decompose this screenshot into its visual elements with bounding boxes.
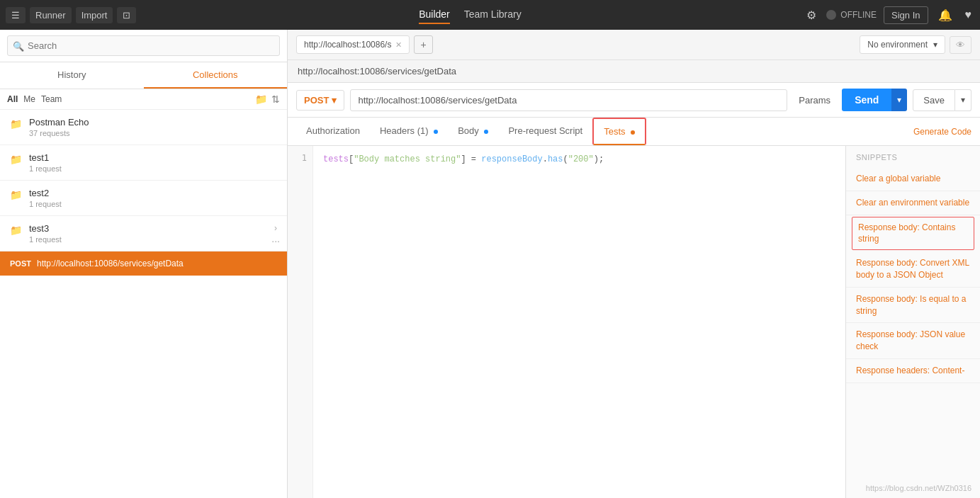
snippet-equal-string[interactable]: Response body: Is equal to a string	[846, 288, 980, 324]
list-item[interactable]: 📁 test2 1 request	[0, 181, 287, 216]
method-chevron-icon: ▾	[332, 95, 337, 106]
sidebar-tabs: History Collections	[0, 62, 287, 89]
search-wrap: 🔍	[7, 35, 280, 56]
filter-all[interactable]: All	[7, 94, 18, 104]
tab-headers[interactable]: Headers (1)	[370, 118, 448, 145]
sidebar-toggle-icon: ☰	[11, 10, 20, 21]
line-numbers: 1	[288, 146, 313, 498]
snippet-convert-xml[interactable]: Response body: Convert XML body to a JSO…	[846, 251, 980, 288]
offline-label: OFFLINE	[840, 10, 877, 20]
save-dropdown-button[interactable]: ▾	[955, 89, 971, 111]
folder-icon: 📁	[10, 225, 22, 236]
collection-sub: 1 request	[29, 235, 267, 244]
tab-tests[interactable]: Tests	[592, 118, 646, 145]
active-request-item[interactable]: POST http://localhost:10086/services/get…	[0, 251, 287, 276]
send-button[interactable]: Send	[842, 89, 891, 111]
request-tab-pill[interactable]: http://localhost:10086/s ✕	[296, 35, 410, 54]
new-collection-icon[interactable]: 📁	[255, 94, 267, 105]
topbar: ☰ Runner Import ⊡ Builder Team Library ⚙…	[0, 0, 980, 30]
import-label: Import	[81, 10, 108, 21]
runner-button[interactable]: Runner	[30, 7, 72, 23]
chevron-down-icon: ▾	[933, 40, 937, 50]
method-badge: POST	[10, 259, 31, 268]
content-area: http://localhost:10086/s ✕ + No environm…	[288, 30, 980, 498]
import-button[interactable]: Import	[76, 7, 113, 23]
builder-tab[interactable]: Builder	[419, 6, 450, 24]
sidebar: 🔍 History Collections All Me Team 📁 ⇅ 📁	[0, 30, 288, 498]
collection-info: test3 1 request	[29, 223, 267, 244]
filter-me[interactable]: Me	[23, 94, 35, 104]
save-button[interactable]: Save	[913, 89, 955, 111]
request-tabs: Authorization Headers (1) Body Pre-reque…	[288, 118, 980, 146]
snippet-response-contains[interactable]: Response body: Contains string	[852, 217, 974, 251]
code-content[interactable]: tests["Body matches string"] = responseB…	[313, 146, 845, 498]
params-button[interactable]: Params	[793, 91, 836, 110]
snippet-clear-env[interactable]: Clear an environment variable	[846, 191, 980, 215]
tab-pre-request-label: Pre-request Script	[508, 125, 582, 136]
request-controls: POST ▾ Params Send ▾ Save ▾	[288, 82, 980, 118]
tab-pill-url: http://localhost:10086/s	[304, 40, 391, 50]
sidebar-toggle-button[interactable]: ☰	[6, 7, 26, 23]
collection-info: Postman Echo 37 requests	[29, 117, 277, 137]
search-input[interactable]	[7, 35, 280, 56]
editor-wrapper: 1 tests["Body matches string"] = respons…	[288, 146, 845, 498]
folder-icon: 📁	[10, 189, 22, 200]
snippet-clear-global[interactable]: Clear a global variable	[846, 167, 980, 191]
sidebar-search-area: 🔍	[0, 30, 287, 62]
tab-pre-request-script[interactable]: Pre-request Script	[498, 118, 592, 145]
snippet-response-headers[interactable]: Response headers: Content-	[846, 359, 980, 383]
add-tab-button[interactable]: +	[414, 35, 432, 54]
tab-history[interactable]: History	[0, 62, 144, 89]
status-indicator: OFFLINE	[826, 10, 877, 20]
snippets-title: SNIPPETS	[846, 153, 980, 167]
collection-sub: 1 request	[29, 164, 277, 173]
filter-team[interactable]: Team	[41, 94, 62, 104]
tab-collections[interactable]: Collections	[144, 62, 288, 89]
team-library-tab[interactable]: Team Library	[464, 6, 522, 24]
full-url-text: http://localhost:10086/services/getData	[298, 66, 456, 77]
url-bar-row: http://localhost:10086/s ✕ + No environm…	[288, 30, 980, 60]
body-dot	[484, 130, 488, 134]
code-line-1: tests["Body matches string"] = responseB…	[323, 153, 835, 166]
tab-headers-label: Headers (1)	[380, 125, 429, 136]
tests-dot	[631, 130, 635, 135]
env-label: No environment	[867, 40, 928, 50]
environment-selector[interactable]: No environment ▾	[860, 35, 945, 54]
new-tab-button[interactable]: ⊡	[117, 7, 136, 23]
list-item[interactable]: 📁 test3 1 request › ···	[0, 216, 287, 251]
settings-icon[interactable]: ⚙	[804, 6, 819, 25]
notifications-icon[interactable]: 🔔	[935, 6, 955, 25]
tab-authorization[interactable]: Authorization	[296, 118, 370, 145]
item-menu-icon[interactable]: ···	[271, 235, 280, 247]
folder-icon: 📁	[10, 118, 22, 130]
request-url-sidebar: http://localhost:10086/services/getData	[37, 259, 184, 268]
heart-icon[interactable]: ♥	[962, 6, 975, 24]
send-button-group: Send ▾	[842, 89, 907, 111]
folder-icon: 📁	[10, 154, 22, 165]
topbar-center: Builder Team Library	[140, 6, 799, 24]
send-dropdown-button[interactable]: ▾	[891, 89, 907, 111]
close-tab-icon[interactable]: ✕	[395, 40, 402, 50]
action-icons: 📁 ⇅	[255, 94, 280, 105]
snippet-json-value[interactable]: Response body: JSON value check	[846, 323, 980, 359]
collection-info: test2 1 request	[29, 188, 277, 208]
headers-dot	[434, 130, 438, 134]
topbar-right: ⚙ OFFLINE Sign In 🔔 ♥	[804, 6, 974, 25]
request-url-input[interactable]	[350, 89, 787, 111]
method-label: POST	[304, 95, 329, 106]
generate-code-link[interactable]: Generate Code	[913, 120, 971, 144]
method-select[interactable]: POST ▾	[296, 90, 344, 111]
signin-button[interactable]: Sign In	[884, 6, 928, 24]
list-item[interactable]: 📁 test1 1 request	[0, 145, 287, 181]
tab-body[interactable]: Body	[448, 118, 498, 145]
code-editor-area: 1 tests["Body matches string"] = respons…	[288, 146, 980, 498]
collection-sub: 37 requests	[29, 129, 277, 137]
request-url-display: http://localhost:10086/services/getData	[288, 60, 980, 82]
expand-arrow-icon[interactable]: ›	[274, 223, 277, 233]
line-number: 1	[293, 153, 307, 163]
snippets-panel: SNIPPETS Clear a global variable Clear a…	[845, 146, 980, 498]
sort-icon[interactable]: ⇅	[271, 94, 280, 105]
runner-label: Runner	[35, 10, 66, 21]
eye-button[interactable]: 👁	[950, 36, 971, 54]
list-item[interactable]: 📁 Postman Echo 37 requests	[0, 110, 287, 145]
